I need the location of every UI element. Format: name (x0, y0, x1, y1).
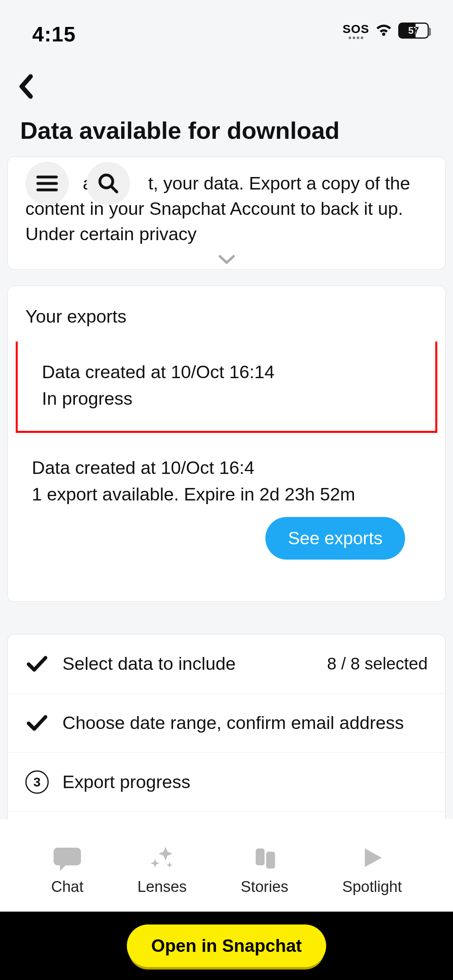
step-number-badge: 3 (25, 770, 49, 794)
export-item-status: In progress (42, 388, 411, 409)
tab-stories[interactable]: Stories (241, 844, 288, 896)
export-item-highlighted[interactable]: Data created at 10/Oct 16:14 In progress (16, 342, 437, 433)
footer-bar: Open in Snapchat (0, 912, 453, 980)
search-icon (97, 172, 120, 195)
sos-indicator: SOS (343, 22, 369, 39)
tab-lenses[interactable]: Lenses (137, 844, 187, 896)
sparkle-icon (146, 844, 178, 872)
steps-card: Select data to include 8 / 8 selected Ch… (7, 634, 446, 828)
open-in-snapchat-button[interactable]: Open in Snapchat (127, 924, 326, 967)
step-row-date-range[interactable]: Choose date range, confirm email address (8, 694, 445, 753)
export-item[interactable]: Data created at 10/Oct 16:4 1 export ava… (8, 437, 445, 601)
hamburger-icon (36, 175, 58, 192)
exports-section-title: Your exports (8, 286, 445, 342)
intro-obscured-right: t, your data. (148, 173, 244, 194)
step-selected-count: 8 / 8 selected (327, 654, 428, 673)
step-label: Export progress (62, 772, 190, 793)
status-time: 4:15 (32, 22, 76, 46)
svg-rect-2 (266, 852, 275, 869)
checkmark-icon (25, 711, 49, 735)
step-label: Select data to include (62, 653, 236, 674)
step-row-export-progress[interactable]: 3 Export progress (8, 753, 445, 812)
play-icon (356, 844, 388, 872)
tab-spotlight[interactable]: Spotlight (342, 844, 402, 896)
step-row-select-data[interactable]: Select data to include 8 / 8 selected (8, 634, 445, 694)
see-exports-button[interactable]: See exports (265, 517, 405, 560)
page-title: Data available for download (0, 117, 453, 156)
back-button[interactable] (14, 72, 39, 101)
svg-rect-1 (256, 848, 265, 865)
export-item-title: Data created at 10/Oct 16:14 (42, 362, 411, 383)
search-button[interactable] (87, 162, 130, 205)
nav-bar (0, 56, 453, 117)
battery-icon: 57 (398, 23, 429, 39)
checkmark-icon (25, 652, 49, 675)
export-item-title: Data created at 10/Oct 16:4 (32, 457, 421, 478)
step-label: Choose date range, confirm email address (62, 712, 404, 733)
export-item-status: 1 export available. Expire in 2d 23h 52m (32, 484, 421, 505)
expand-button[interactable] (217, 254, 236, 265)
menu-button[interactable] (25, 162, 69, 205)
intro-card: ac t, your data. Export a copy of the co… (7, 156, 446, 270)
status-right: SOS 57 (343, 22, 429, 39)
exports-card: Your exports Data created at 10/Oct 16:1… (7, 286, 446, 602)
chevron-down-icon (217, 254, 236, 265)
bottom-tab-bar: Chat Lenses Stories Spotlight (0, 819, 453, 912)
tab-chat[interactable]: Chat (51, 844, 83, 896)
stories-icon (248, 844, 281, 872)
chat-icon (51, 844, 83, 872)
status-bar: 4:15 SOS 57 (0, 0, 453, 56)
wifi-icon (375, 24, 393, 37)
